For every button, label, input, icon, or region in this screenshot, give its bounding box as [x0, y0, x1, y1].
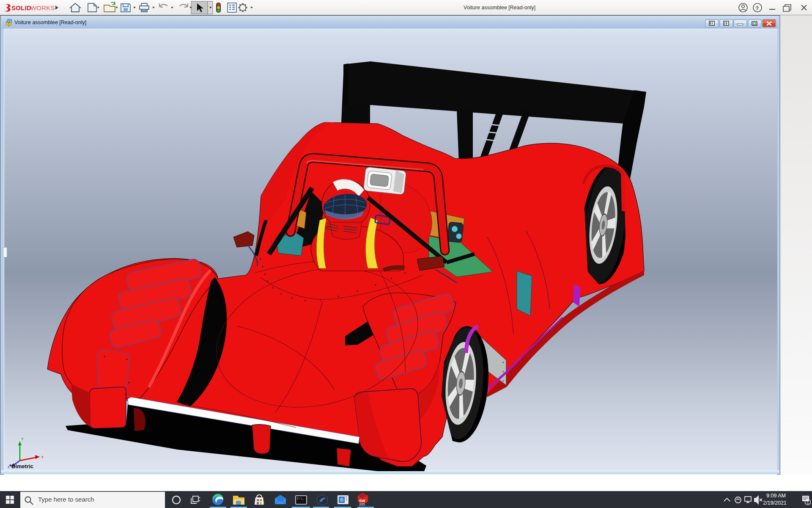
svg-text:x: x [41, 455, 44, 459]
svg-text:SOLID: SOLID [11, 4, 31, 11]
svg-text:1: 1 [807, 500, 809, 505]
svg-text:WORKS: WORKS [30, 4, 55, 11]
svg-text:?: ? [755, 5, 759, 11]
svg-text:C:\_: C:\_ [297, 497, 304, 500]
svg-text:Y: Y [21, 437, 24, 441]
svg-text:2021: 2021 [359, 503, 365, 506]
svg-text:SW: SW [359, 499, 365, 503]
